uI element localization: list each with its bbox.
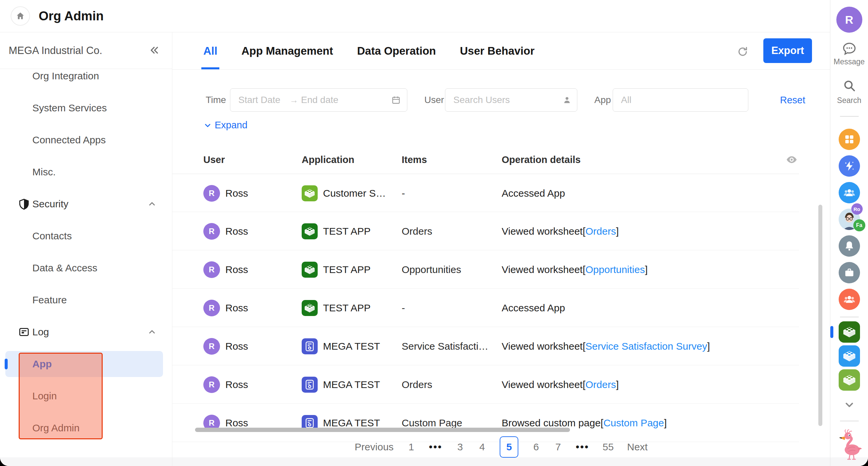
collapse-sidebar-icon[interactable] xyxy=(149,45,160,56)
vertical-scrollbar[interactable] xyxy=(818,205,822,426)
user-cell: R Ross xyxy=(203,212,248,250)
pagination-ellipsis: ••• xyxy=(576,441,589,453)
sidebar-item-org-integration[interactable]: Org Integration xyxy=(0,60,172,92)
top-bar: Org Admin xyxy=(0,0,830,32)
range-arrow-icon: → xyxy=(290,95,298,105)
page-button-5[interactable]: 5 xyxy=(500,436,518,458)
operation-link[interactable]: Service Satisfaction Survey xyxy=(585,341,707,352)
chevron-up-icon[interactable] xyxy=(147,327,157,337)
date-range-input[interactable]: → xyxy=(230,88,407,112)
end-date-input[interactable] xyxy=(300,94,344,106)
left-sidebar: MEGA Industrial Co. Org IntegrationSyste… xyxy=(0,32,172,466)
user-cell: R Ross xyxy=(203,289,248,327)
page-button-1[interactable]: 1 xyxy=(407,441,416,453)
rail-app-icon[interactable] xyxy=(839,345,860,367)
user-cell: R Ross xyxy=(203,174,248,212)
tab-app-management[interactable]: App Management xyxy=(241,32,333,69)
operation-link[interactable]: Orders xyxy=(585,226,616,237)
chevron-down-icon xyxy=(203,121,212,130)
rail-app-icon[interactable] xyxy=(839,369,860,391)
user-avatar[interactable]: R xyxy=(836,7,862,33)
rail-app-icon[interactable] xyxy=(839,321,860,343)
sidebar-item-security[interactable]: Security xyxy=(0,188,172,220)
sidebar-item-org-admin[interactable]: Org Admin xyxy=(0,412,172,444)
sidebar-item-label: System Services xyxy=(32,102,107,114)
apps-grid-icon[interactable] xyxy=(839,129,860,150)
user-avatar: R xyxy=(203,338,220,355)
application-cell: TEST APP xyxy=(302,250,371,289)
refresh-icon[interactable] xyxy=(737,46,749,58)
search-icon[interactable] xyxy=(842,79,856,93)
bracket-close: ] xyxy=(645,264,648,275)
next-page-button[interactable]: Next xyxy=(627,441,648,453)
member-badge: Ro xyxy=(851,203,863,215)
app-filter-label: App xyxy=(594,88,611,112)
user-avatar: R xyxy=(203,300,220,316)
sidebar-item-connected-apps[interactable]: Connected Apps xyxy=(0,124,172,156)
tab-data-operation[interactable]: Data Operation xyxy=(357,32,436,69)
rail-chevron-down-icon[interactable] xyxy=(843,399,855,411)
tab-user-behavior[interactable]: User Behavior xyxy=(460,32,535,69)
app-card-icon xyxy=(302,338,318,354)
app-brick-icon xyxy=(302,185,318,201)
right-rail: R Message Search Ro Fa xyxy=(830,0,868,466)
sidebar-item-login[interactable]: Login xyxy=(0,380,172,412)
page-button-6[interactable]: 6 xyxy=(532,441,540,453)
app-name: TEST APP xyxy=(323,226,371,237)
app-select-input[interactable] xyxy=(620,94,730,106)
sidebar-item-system-services[interactable]: System Services xyxy=(0,92,172,124)
filter-row: Time → User App Reset xyxy=(172,88,830,112)
tab-bar: AllApp ManagementData OperationUser Beha… xyxy=(172,32,830,70)
search-users-input[interactable] xyxy=(453,94,546,106)
people-icon[interactable] xyxy=(839,289,860,310)
operation-details-cell: Viewed worksheet [Opportunities] xyxy=(502,250,648,289)
expand-filters-link[interactable]: Expand xyxy=(203,120,247,131)
tab-all[interactable]: All xyxy=(203,32,217,69)
sidebar-item-app[interactable]: App xyxy=(0,348,172,380)
items-cell: - xyxy=(402,174,405,212)
app-filter-input[interactable] xyxy=(613,88,748,112)
people-icon[interactable] xyxy=(839,182,860,203)
operation-link[interactable]: Orders xyxy=(585,379,616,390)
chevron-up-icon[interactable] xyxy=(147,199,157,209)
app-card-icon xyxy=(302,377,318,393)
bracket-open: [ xyxy=(583,226,585,237)
table-row: R Ross MEGA TEST Orders Viewed worksheet… xyxy=(172,365,799,404)
sidebar-item-log[interactable]: Log xyxy=(0,316,172,348)
reset-filters-link[interactable]: Reset xyxy=(780,88,805,112)
bell-icon[interactable] xyxy=(839,235,860,257)
table-header: User Application Items Operation details xyxy=(172,146,799,174)
page-button-7[interactable]: 7 xyxy=(554,441,562,453)
page-button-55[interactable]: 55 xyxy=(603,441,614,453)
items-cell: - xyxy=(402,289,405,327)
bracket-close: ] xyxy=(664,417,666,429)
table-row: R Ross MEGA TEST Service Satisfacti… Vie… xyxy=(172,327,799,365)
user-cell: R Ross xyxy=(203,327,248,365)
previous-page-button[interactable]: Previous xyxy=(355,441,394,453)
page-button-3[interactable]: 3 xyxy=(456,441,464,453)
column-header-items: Items xyxy=(402,146,427,174)
page-button-4[interactable]: 4 xyxy=(478,441,486,453)
home-button[interactable] xyxy=(11,6,30,26)
horizontal-scrollbar[interactable] xyxy=(195,428,570,432)
operation-link[interactable]: Custom Page xyxy=(603,417,664,429)
sidebar-item-feature[interactable]: Feature xyxy=(0,284,172,316)
briefcase-icon[interactable] xyxy=(839,262,860,283)
message-icon[interactable] xyxy=(842,41,857,56)
application-cell: Customer S… xyxy=(302,174,386,212)
app-brick-icon xyxy=(302,262,318,278)
sidebar-item-data-access[interactable]: Data & Access xyxy=(0,252,172,284)
export-button[interactable]: Export xyxy=(763,38,812,63)
start-date-input[interactable] xyxy=(238,94,288,106)
user-avatar: R xyxy=(203,185,220,202)
user-filter-input[interactable] xyxy=(445,88,577,112)
operation-link[interactable]: Opportunities xyxy=(585,264,645,275)
sidebar-item-misc[interactable]: Misc. xyxy=(0,156,172,188)
eye-icon[interactable] xyxy=(786,154,798,166)
active-item-indicator xyxy=(5,359,8,369)
sidebar-item-contacts[interactable]: Contacts xyxy=(0,220,172,252)
app-name: TEST APP xyxy=(323,264,371,275)
member-avatars[interactable]: Ro Fa xyxy=(839,209,860,230)
flamingo-mascot[interactable] xyxy=(834,429,864,460)
lightning-icon[interactable] xyxy=(839,155,860,177)
